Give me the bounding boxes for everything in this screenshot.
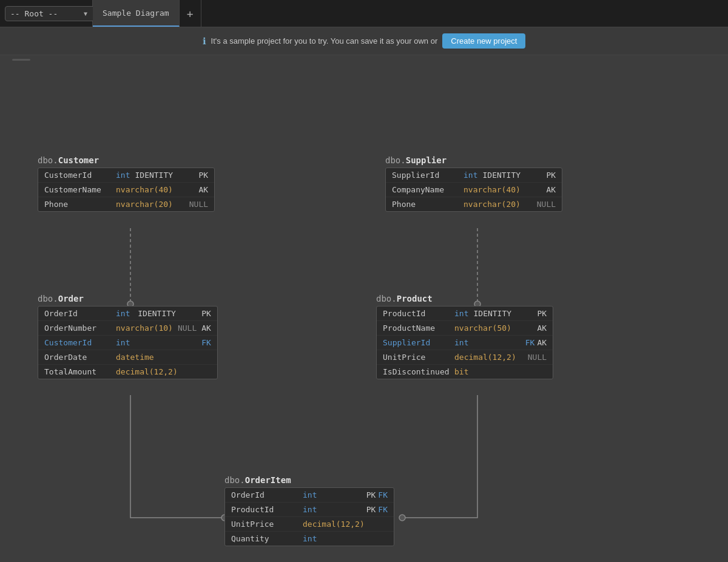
table-product-card[interactable]: ProductId int IDENTITY PK ProductName nv… [376, 306, 553, 379]
table-row: Phone nvarchar(20) NULL [386, 197, 562, 211]
info-icon: ℹ [203, 36, 206, 47]
root-select[interactable]: -- Root -- [5, 6, 96, 21]
tab-sample-diagram[interactable]: Sample Diagram [93, 0, 180, 27]
table-supplier-card[interactable]: SupplierId int IDENTITY PK CompanyName n… [385, 168, 562, 212]
table-order-title: dbo.Order [38, 294, 218, 303]
table-row: OrderId int PK FK [225, 488, 394, 503]
table-orderitem: dbo.OrderItem OrderId int PK FK ProductI… [224, 475, 394, 546]
table-orderitem-card[interactable]: OrderId int PK FK ProductId int PK FK Un… [224, 487, 394, 546]
table-customer-card[interactable]: CustomerId int IDENTITY PK CustomerName … [38, 168, 215, 212]
root-select-wrapper: -- Root -- ▼ [0, 0, 93, 27]
table-row: Quantity int [225, 532, 394, 546]
table-row: SupplierId int IDENTITY PK [386, 168, 562, 183]
info-message: It's a sample project for you to try. Yo… [211, 36, 438, 46]
table-row: UnitPrice decimal(12,2) NULL [377, 350, 553, 365]
table-order: dbo.Order OrderId int IDENTITY PK OrderN… [38, 294, 218, 379]
table-row: Phone nvarchar(20) NULL [38, 197, 214, 211]
table-customer-title: dbo.Customer [38, 155, 215, 165]
table-customer: dbo.Customer CustomerId int IDENTITY PK … [38, 155, 215, 212]
table-row: CustomerName nvarchar(40) AK [38, 183, 214, 197]
table-orderitem-title: dbo.OrderItem [224, 475, 394, 485]
table-row: CustomerId int FK [38, 336, 217, 350]
table-order-card[interactable]: OrderId int IDENTITY PK OrderNumber nvar… [38, 306, 218, 379]
diagram-canvas: dbo.Customer CustomerId int IDENTITY PK … [0, 55, 728, 562]
table-row: ProductId int PK FK [225, 503, 394, 517]
table-row: UnitPrice decimal(12,2) [225, 517, 394, 532]
create-new-project-button[interactable]: Create new project [442, 33, 525, 49]
info-bar: ℹ It's a sample project for you to try. … [0, 27, 728, 55]
table-product-title: dbo.Product [376, 294, 553, 303]
table-row: ProductName nvarchar(50) AK [377, 321, 553, 336]
table-row: SupplierId int FK AK [377, 336, 553, 350]
table-row: OrderId int IDENTITY PK [38, 306, 217, 321]
table-row: OrderDate datetime [38, 350, 217, 365]
table-row: CompanyName nvarchar(40) AK [386, 183, 562, 197]
table-row: IsDiscontinued bit [377, 365, 553, 379]
table-row: ProductId int IDENTITY PK [377, 306, 553, 321]
add-tab-button[interactable]: + [180, 0, 201, 27]
table-product: dbo.Product ProductId int IDENTITY PK Pr… [376, 294, 553, 379]
table-supplier: dbo.Supplier SupplierId int IDENTITY PK … [385, 155, 562, 212]
svg-point-5 [399, 515, 405, 521]
top-bar: -- Root -- ▼ Sample Diagram + [0, 0, 728, 27]
scroll-hint [12, 59, 30, 61]
table-supplier-title: dbo.Supplier [385, 155, 562, 165]
table-row: CustomerId int IDENTITY PK [38, 168, 214, 183]
table-row: TotalAmount decimal(12,2) [38, 365, 217, 379]
table-row: OrderNumber nvarchar(10) NULL AK [38, 321, 217, 336]
